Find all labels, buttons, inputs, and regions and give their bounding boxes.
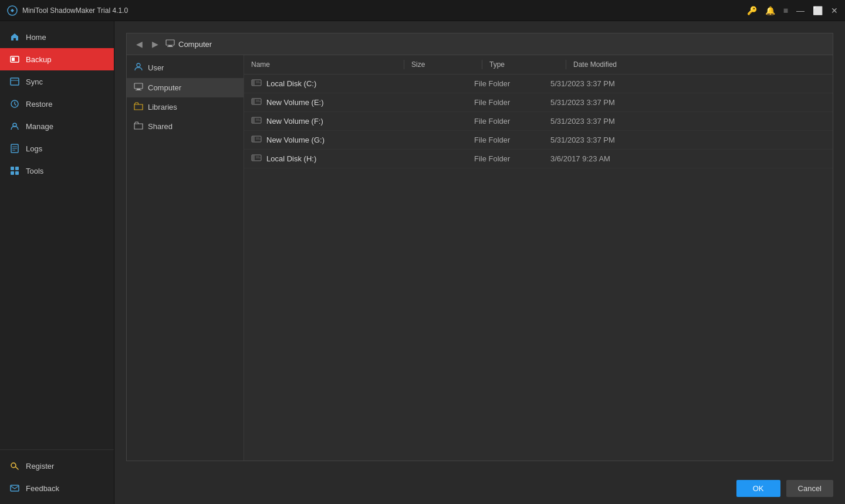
sidebar-item-tools[interactable]: Tools bbox=[0, 160, 114, 182]
file-date-cell: 5/31/2023 3:37 PM bbox=[550, 117, 826, 126]
titlebar-left: MiniTool ShadowMaker Trial 4.1.0 bbox=[7, 5, 128, 16]
drive-icon bbox=[251, 117, 262, 126]
sidebar: Home Backup Sync bbox=[0, 21, 114, 504]
file-browser: ◀ ▶ Computer bbox=[126, 33, 833, 461]
file-name: Local Disk (H:) bbox=[266, 154, 316, 163]
user-tree-icon bbox=[134, 62, 143, 73]
restore-icon bbox=[9, 99, 20, 109]
sidebar-item-manage-label: Manage bbox=[26, 122, 53, 131]
breadcrumb: Computer bbox=[165, 39, 212, 49]
svg-rect-16 bbox=[11, 485, 19, 491]
drive-icon bbox=[251, 154, 262, 163]
tree-item-computer-label: Computer bbox=[148, 83, 181, 92]
sidebar-item-restore-label: Restore bbox=[26, 100, 53, 109]
sidebar-bottom: Register Feedback bbox=[0, 449, 114, 504]
logs-icon bbox=[9, 143, 20, 154]
file-name-cell: Local Disk (C:) bbox=[251, 79, 404, 88]
sidebar-item-backup[interactable]: Backup bbox=[0, 48, 114, 70]
sidebar-item-feedback-label: Feedback bbox=[26, 484, 59, 493]
forward-button[interactable]: ▶ bbox=[150, 38, 161, 50]
file-type-cell: File Folder bbox=[474, 154, 550, 163]
titlebar-controls: 🔑 🔔 ≡ — ⬜ ✕ bbox=[747, 6, 838, 15]
svg-rect-2 bbox=[12, 57, 15, 61]
file-name: New Volume (F:) bbox=[266, 117, 323, 126]
sidebar-item-tools-label: Tools bbox=[26, 167, 43, 175]
svg-rect-25 bbox=[252, 80, 255, 85]
sync-icon bbox=[9, 76, 20, 87]
file-name: New Volume (E:) bbox=[266, 98, 324, 107]
svg-rect-3 bbox=[11, 78, 19, 85]
sidebar-item-logs[interactable]: Logs bbox=[0, 137, 114, 160]
sidebar-item-feedback[interactable]: Feedback bbox=[0, 477, 114, 499]
minimize-icon[interactable]: — bbox=[796, 6, 805, 15]
tree-item-shared[interactable]: Shared bbox=[127, 117, 244, 136]
feedback-email-icon bbox=[9, 483, 20, 493]
tree-item-user[interactable]: User bbox=[127, 57, 244, 78]
tree-item-shared-label: Shared bbox=[148, 122, 173, 131]
file-name: Local Disk (C:) bbox=[266, 79, 316, 88]
main-content: ◀ ▶ Computer bbox=[114, 21, 845, 504]
browser-toolbar: ◀ ▶ Computer bbox=[127, 33, 833, 55]
drive-icon bbox=[251, 98, 262, 107]
col-header-size: Size bbox=[411, 60, 482, 69]
sidebar-item-sync-label: Sync bbox=[26, 77, 43, 86]
svg-rect-14 bbox=[15, 171, 19, 175]
drive-icon bbox=[251, 136, 262, 144]
notification-icon[interactable]: 🔔 bbox=[765, 6, 775, 15]
browser-body: User Computer bbox=[127, 55, 833, 461]
tree-item-computer[interactable]: Computer bbox=[127, 78, 244, 97]
shared-tree-icon bbox=[134, 121, 143, 131]
sidebar-item-manage[interactable]: Manage bbox=[0, 115, 114, 137]
cancel-button[interactable]: Cancel bbox=[786, 480, 833, 497]
file-name-cell: New Volume (F:) bbox=[251, 117, 404, 126]
tree-item-libraries[interactable]: Libraries bbox=[127, 97, 244, 117]
file-list-panel: Name Size Type Date Modified bbox=[244, 55, 833, 461]
manage-icon bbox=[9, 121, 20, 131]
close-icon[interactable]: ✕ bbox=[831, 6, 838, 15]
table-row[interactable]: Local Disk (C:) File Folder 5/31/2023 3:… bbox=[244, 75, 833, 93]
svg-rect-37 bbox=[252, 137, 255, 141]
home-icon bbox=[9, 32, 20, 42]
maximize-icon[interactable]: ⬜ bbox=[813, 6, 823, 15]
back-button[interactable]: ◀ bbox=[134, 38, 145, 50]
svg-rect-11 bbox=[11, 167, 14, 170]
col-header-name: Name bbox=[251, 60, 404, 69]
tools-icon bbox=[9, 165, 20, 176]
register-key-icon bbox=[9, 461, 20, 471]
file-list-header: Name Size Type Date Modified bbox=[244, 55, 833, 75]
svg-rect-22 bbox=[137, 89, 140, 90]
svg-rect-18 bbox=[168, 45, 172, 46]
sidebar-item-restore[interactable]: Restore bbox=[0, 93, 114, 115]
table-row[interactable]: New Volume (G:) File Folder 5/31/2023 3:… bbox=[244, 131, 833, 150]
file-type-cell: File Folder bbox=[474, 136, 550, 144]
ok-button[interactable]: OK bbox=[736, 480, 780, 497]
key-icon[interactable]: 🔑 bbox=[747, 6, 757, 15]
file-date-cell: 5/31/2023 3:37 PM bbox=[550, 136, 826, 144]
table-row[interactable]: New Volume (F:) File Folder 5/31/2023 3:… bbox=[244, 112, 833, 131]
sidebar-item-register[interactable]: Register bbox=[0, 455, 114, 477]
file-date-cell: 5/31/2023 3:37 PM bbox=[550, 79, 826, 88]
sidebar-item-backup-label: Backup bbox=[26, 55, 51, 64]
sidebar-nav: Home Backup Sync bbox=[0, 21, 114, 449]
libraries-tree-icon bbox=[134, 102, 143, 112]
col-sep-1 bbox=[404, 60, 404, 69]
file-name-cell: New Volume (E:) bbox=[251, 98, 404, 107]
tree-item-libraries-label: Libraries bbox=[148, 103, 177, 111]
drive-icon bbox=[251, 79, 262, 88]
dialog-footer: OK Cancel bbox=[114, 473, 845, 504]
menu-icon[interactable]: ≡ bbox=[783, 6, 788, 15]
table-row[interactable]: New Volume (E:) File Folder 5/31/2023 3:… bbox=[244, 93, 833, 112]
sidebar-item-home[interactable]: Home bbox=[0, 26, 114, 48]
app-logo bbox=[7, 5, 18, 16]
titlebar: MiniTool ShadowMaker Trial 4.1.0 🔑 🔔 ≡ —… bbox=[0, 0, 845, 21]
svg-point-20 bbox=[137, 63, 140, 67]
file-type-cell: File Folder bbox=[474, 117, 550, 126]
svg-rect-33 bbox=[252, 118, 255, 123]
sidebar-item-sync[interactable]: Sync bbox=[0, 70, 114, 93]
app-title: MiniTool ShadowMaker Trial 4.1.0 bbox=[22, 6, 128, 15]
col-sep-3 bbox=[566, 60, 566, 69]
table-row[interactable]: Local Disk (H:) File Folder 3/6/2017 9:2… bbox=[244, 150, 833, 168]
svg-rect-21 bbox=[134, 83, 143, 89]
svg-rect-29 bbox=[252, 99, 255, 104]
tree-panel: User Computer bbox=[127, 55, 244, 461]
